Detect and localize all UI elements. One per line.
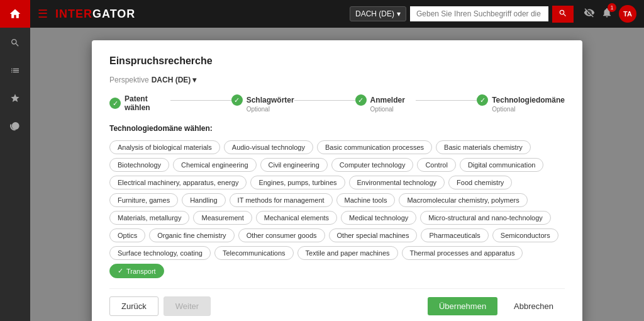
tag-12[interactable]: Environmental technology (349, 176, 445, 189)
step-technologie: ✓ Technologiedomäne Optional (477, 94, 565, 113)
tag-25[interactable]: Organic fine chemistry (149, 228, 234, 242)
app-logo: INTERGATOR (55, 8, 345, 21)
tag-18[interactable]: Macromolecular chemistry, polymers (399, 193, 527, 207)
step-sublabel-4: Optional (492, 106, 515, 113)
eye-slash-icon[interactable] (584, 7, 595, 21)
tag-33[interactable]: Thermal processes and apparatus (402, 246, 523, 260)
tag-14[interactable]: Furniture, games (109, 193, 178, 207)
tag-27[interactable]: Other special machines (329, 228, 418, 242)
step-check-2: ✓ (231, 94, 243, 106)
logo-inter: INTER (55, 8, 92, 20)
tag-31[interactable]: Telecommunications (214, 246, 294, 260)
tag-10[interactable]: Electrical machinery, apparatus, energy (109, 176, 247, 189)
sidebar-search-icon[interactable] (0, 30, 30, 55)
region-selector[interactable]: DACH (DE) ▾ (350, 6, 406, 21)
tag-13[interactable]: Food chemistry (448, 176, 512, 189)
back-button[interactable]: Zurück (109, 296, 158, 316)
chevron-down-icon: ▾ (397, 9, 401, 18)
tag-19[interactable]: Materials, metallurgy (109, 211, 189, 225)
tag-22[interactable]: Medical technology (341, 211, 416, 225)
tag-29[interactable]: Semiconductors (492, 228, 558, 242)
sidebar-star-icon[interactable] (0, 86, 30, 111)
search-input[interactable] (410, 6, 548, 21)
tag-17[interactable]: Machine tools (336, 193, 396, 207)
hamburger-icon[interactable]: ☰ (38, 7, 48, 21)
region-label: DACH (DE) (355, 9, 394, 18)
page-content: Einspruchsrecherche Perspektive DACH (DE… (30, 28, 644, 321)
tag-20[interactable]: Measurement (193, 211, 252, 225)
tag-6[interactable]: Civil engineering (260, 158, 328, 172)
tag-7[interactable]: Computer technology (331, 158, 414, 172)
avatar[interactable]: TA (619, 5, 636, 23)
tags-container: Analysis of biological materialsAudio-vi… (109, 140, 565, 278)
step-line-3 (416, 100, 477, 101)
modal-title: Einspruchsrecherche (109, 55, 565, 67)
sidebar-home-icon[interactable] (0, 0, 30, 28)
tag-26[interactable]: Other consumer goods (238, 228, 325, 242)
step-check-4: ✓ (477, 94, 488, 106)
tag-3[interactable]: Basic materials chemistry (436, 140, 531, 154)
tag-32[interactable]: Textile and paper machines (297, 246, 398, 260)
step-line-1 (170, 100, 231, 101)
tag-23[interactable]: Micro-structural and nano-technology (420, 211, 551, 225)
step-check-1: ✓ (109, 98, 121, 109)
tag-2[interactable]: Basic communication processes (317, 140, 432, 154)
notification-icon[interactable]: 1 (601, 7, 613, 21)
confirm-button[interactable]: Übernehmen (428, 297, 497, 315)
tag-15[interactable]: Handling (182, 193, 225, 207)
perspective-value[interactable]: DACH (DE) ▾ (152, 76, 197, 84)
step-label-1: Patent wählen (125, 94, 170, 112)
tag-21[interactable]: Mechanical elements (256, 211, 337, 225)
footer-left: Zurück Weiter (109, 296, 211, 316)
tag-34[interactable]: ✓ Transport (109, 264, 164, 278)
tag-11[interactable]: Engines, pumps, turbines (250, 176, 345, 189)
step-label-2: Schlagwörter (247, 96, 294, 104)
step-label-4: Technologiedomäne (492, 96, 565, 104)
topnav-icons: 1 TA (584, 5, 636, 23)
sidebar-history-icon[interactable] (0, 113, 30, 138)
tag-16[interactable]: IT methods for management (230, 193, 333, 207)
step-line-2 (294, 100, 355, 101)
sidebar (0, 0, 30, 321)
tag-5[interactable]: Chemical engineering (173, 158, 256, 172)
search-region: DACH (DE) ▾ (350, 6, 574, 23)
logo-gator: GATOR (92, 8, 135, 20)
step-patent: ✓ Patent wählen (109, 94, 170, 112)
footer-right: Übernehmen Abbrechen (428, 297, 565, 315)
tag-4[interactable]: Biotechnology (109, 158, 169, 172)
search-button[interactable] (552, 6, 574, 23)
modal-perspective: Perspektive DACH (DE) ▾ (109, 76, 565, 84)
tag-0[interactable]: Analysis of biological materials (109, 140, 220, 154)
topnav: ☰ INTERGATOR DACH (DE) ▾ (30, 0, 644, 28)
tag-30[interactable]: Surface technology, coating (109, 246, 211, 260)
step-sublabel-2: Optional (247, 106, 270, 113)
tag-9[interactable]: Digital communication (460, 158, 544, 172)
perspective-label: Perspektive (109, 76, 149, 84)
modal-footer: Zurück Weiter Übernehmen Abbrechen (109, 288, 565, 316)
tag-1[interactable]: Audio-visual technology (224, 140, 313, 154)
tag-24[interactable]: Optics (109, 228, 145, 242)
section-heading: Technologiedomäne wählen: (109, 124, 565, 133)
tag-check-icon: ✓ (118, 267, 123, 275)
step-anmelder: ✓ Anmelder Optional (355, 94, 416, 113)
modal-dialog: Einspruchsrecherche Perspektive DACH (DE… (92, 40, 582, 321)
cancel-button[interactable]: Abbrechen (502, 297, 565, 315)
step-check-3: ✓ (355, 94, 367, 106)
tag-8[interactable]: Control (417, 158, 455, 172)
step-sublabel-3: Optional (370, 106, 394, 113)
chevron-down-icon: ▾ (192, 76, 196, 84)
stepper: ✓ Patent wählen ✓ Schlagwörter Optional … (109, 94, 565, 113)
next-button: Weiter (164, 296, 211, 316)
sidebar-list-icon[interactable] (0, 58, 30, 83)
step-schlagworter: ✓ Schlagwörter Optional (231, 94, 294, 113)
notification-badge: 1 (608, 3, 616, 12)
main-area: ☰ INTERGATOR DACH (DE) ▾ (30, 0, 644, 321)
step-label-3: Anmelder (370, 96, 405, 104)
tag-28[interactable]: Pharmaceuticals (421, 228, 488, 242)
